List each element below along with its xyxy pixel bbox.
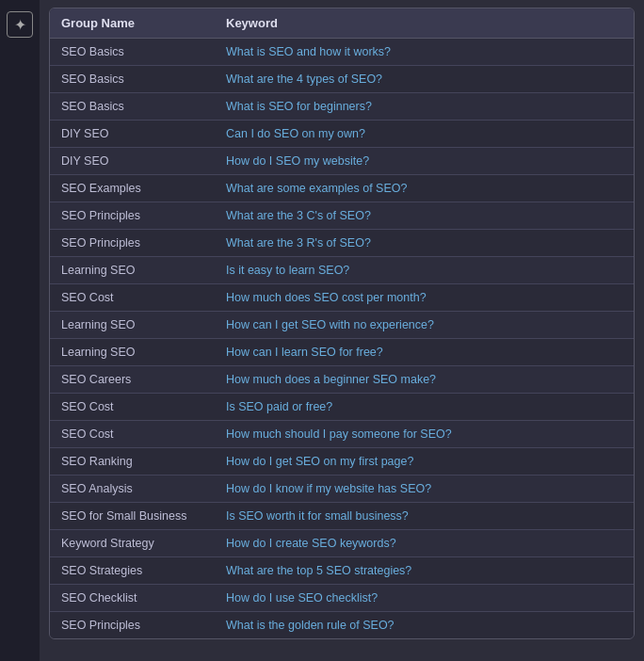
table-row: SEO for Small BusinessIs SEO worth it fo… xyxy=(50,503,634,530)
group-name-cell: DIY SEO xyxy=(50,148,215,175)
group-name-cell: SEO Basics xyxy=(50,66,215,93)
group-name-cell: SEO for Small Business xyxy=(50,503,215,530)
table-row: DIY SEOHow do I SEO my website? xyxy=(50,148,634,175)
keyword-cell: How do I SEO my website? xyxy=(215,148,634,175)
table-row: SEO CostHow much should I pay someone fo… xyxy=(50,421,634,448)
group-name-cell: SEO Cost xyxy=(50,394,215,421)
table-row: SEO RankingHow do I get SEO on my first … xyxy=(50,448,634,476)
table-row: Learning SEOIs it easy to learn SEO? xyxy=(50,257,634,284)
keyword-cell: What are the 3 R's of SEO? xyxy=(215,230,634,257)
table-row: DIY SEOCan I do SEO on my own? xyxy=(50,121,634,148)
group-name-cell: SEO Careers xyxy=(50,366,215,394)
keyword-cell: Can I do SEO on my own? xyxy=(215,121,634,148)
group-name-cell: SEO Cost xyxy=(50,421,215,448)
table-row: SEO ChecklistHow do I use SEO checklist? xyxy=(50,585,634,612)
group-name-cell: Learning SEO xyxy=(50,312,215,339)
group-name-cell: DIY SEO xyxy=(50,121,215,148)
keyword-cell: How do I know if my website has SEO? xyxy=(215,476,634,503)
keyword-cell: How do I get SEO on my first page? xyxy=(215,448,634,476)
keyword-cell: What is SEO for beginners? xyxy=(215,93,634,121)
keyword-cell: How do I use SEO checklist? xyxy=(215,585,634,612)
keyword-cell: How do I create SEO keywords? xyxy=(215,530,634,557)
group-name-cell: SEO Examples xyxy=(50,175,215,202)
group-name-cell: Learning SEO xyxy=(50,257,215,284)
table-row: Learning SEOHow can I get SEO with no ex… xyxy=(50,312,634,339)
table-row: SEO CostIs SEO paid or free? xyxy=(50,394,634,421)
table-row: SEO StrategiesWhat are the top 5 SEO str… xyxy=(50,557,634,585)
keyword-cell: Is SEO paid or free? xyxy=(215,394,634,421)
group-name-cell: SEO Principles xyxy=(50,230,215,257)
group-name-cell: SEO Principles xyxy=(50,202,215,230)
data-table-container: Group Name Keyword SEO BasicsWhat is SEO… xyxy=(49,8,635,639)
table-row: SEO ExamplesWhat are some examples of SE… xyxy=(50,175,634,202)
group-name-cell: SEO Analysis xyxy=(50,476,215,503)
logo-symbol: ✦ xyxy=(14,16,26,34)
group-name-cell: SEO Strategies xyxy=(50,557,215,585)
table-row: Learning SEOHow can I learn SEO for free… xyxy=(50,339,634,366)
main-content: Group Name Keyword SEO BasicsWhat is SEO… xyxy=(40,0,644,661)
group-name-cell: SEO Basics xyxy=(50,39,215,66)
group-name-cell: SEO Cost xyxy=(50,284,215,312)
keyword-cell: How much does SEO cost per month? xyxy=(215,284,634,312)
table-row: SEO BasicsWhat is SEO for beginners? xyxy=(50,93,634,121)
table-row: SEO AnalysisHow do I know if my website … xyxy=(50,476,634,503)
group-name-header: Group Name xyxy=(50,8,215,39)
keyword-cell: How much should I pay someone for SEO? xyxy=(215,421,634,448)
app-logo-icon: ✦ xyxy=(7,11,33,38)
keyword-cell: Is SEO worth it for small business? xyxy=(215,503,634,530)
group-name-cell: SEO Basics xyxy=(50,93,215,121)
keyword-cell: What is SEO and how it works? xyxy=(215,39,634,66)
sidebar: ✦ xyxy=(0,0,40,661)
table-row: SEO PrinciplesWhat are the 3 R's of SEO? xyxy=(50,230,634,257)
table-row: SEO PrinciplesWhat is the golden rule of… xyxy=(50,612,634,639)
keyword-cell: What are the 3 C's of SEO? xyxy=(215,202,634,230)
group-name-cell: Keyword Strategy xyxy=(50,530,215,557)
table-header-row: Group Name Keyword xyxy=(50,8,634,39)
table-row: SEO PrinciplesWhat are the 3 C's of SEO? xyxy=(50,202,634,230)
keyword-cell: How can I learn SEO for free? xyxy=(215,339,634,366)
keyword-cell: What is the golden rule of SEO? xyxy=(215,612,634,639)
keyword-cell: What are the top 5 SEO strategies? xyxy=(215,557,634,585)
table-row: SEO BasicsWhat is SEO and how it works? xyxy=(50,39,634,66)
keyword-cell: What are some examples of SEO? xyxy=(215,175,634,202)
keyword-cell: How much does a beginner SEO make? xyxy=(215,366,634,394)
keyword-cell: How can I get SEO with no experience? xyxy=(215,312,634,339)
group-name-cell: Learning SEO xyxy=(50,339,215,366)
table-row: SEO CareersHow much does a beginner SEO … xyxy=(50,366,634,394)
group-name-cell: SEO Checklist xyxy=(50,585,215,612)
keyword-cell: Is it easy to learn SEO? xyxy=(215,257,634,284)
table-row: Keyword StrategyHow do I create SEO keyw… xyxy=(50,530,634,557)
group-name-cell: SEO Ranking xyxy=(50,448,215,476)
keyword-cell: What are the 4 types of SEO? xyxy=(215,66,634,93)
seo-keywords-table: Group Name Keyword SEO BasicsWhat is SEO… xyxy=(50,8,634,638)
group-name-cell: SEO Principles xyxy=(50,612,215,639)
table-body: SEO BasicsWhat is SEO and how it works?S… xyxy=(50,39,634,639)
keyword-header: Keyword xyxy=(215,8,634,39)
table-row: SEO CostHow much does SEO cost per month… xyxy=(50,284,634,312)
table-row: SEO BasicsWhat are the 4 types of SEO? xyxy=(50,66,634,93)
